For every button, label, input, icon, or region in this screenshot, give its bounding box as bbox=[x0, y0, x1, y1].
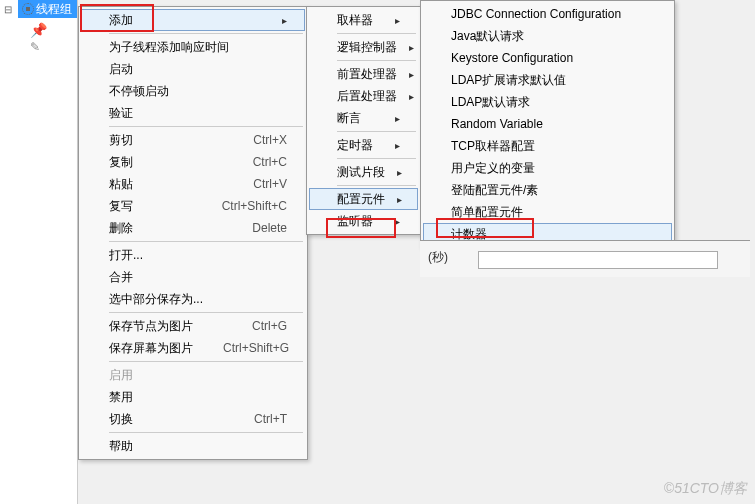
tree-node-label: 线程组 bbox=[36, 1, 72, 18]
pin-icon: 📌 bbox=[30, 22, 47, 38]
menu-copy[interactable]: 复制Ctrl+C bbox=[81, 151, 305, 173]
menu-post[interactable]: 后置处理器▸ bbox=[309, 85, 418, 107]
menu-save-node-img[interactable]: 保存节点为图片Ctrl+G bbox=[81, 315, 305, 337]
menu-cut[interactable]: 剪切Ctrl+X bbox=[81, 129, 305, 151]
menu-toggle[interactable]: 切换Ctrl+T bbox=[81, 408, 305, 430]
gear-icon bbox=[22, 3, 34, 15]
chevron-right-icon: ▸ bbox=[395, 113, 400, 124]
submenu-config: JDBC Connection Configuration Java默认请求 K… bbox=[420, 0, 675, 248]
menu-java-defaults[interactable]: Java默认请求 bbox=[423, 25, 672, 47]
seconds-label: (秒) bbox=[428, 250, 448, 264]
properties-panel: (秒) bbox=[420, 240, 750, 277]
context-menu-main: 添加 ▸ 为子线程添加响应时间 启动 不停顿启动 验证 剪切Ctrl+X 复制C… bbox=[78, 6, 308, 460]
separator bbox=[337, 158, 416, 159]
menu-start[interactable]: 启动 bbox=[81, 58, 305, 80]
menu-save-screen-img[interactable]: 保存屏幕为图片Ctrl+Shift+G bbox=[81, 337, 305, 359]
separator bbox=[109, 241, 303, 242]
submenu-add: 取样器▸ 逻辑控制器▸ 前置处理器▸ 后置处理器▸ 断言▸ 定时器▸ 测试片段▸… bbox=[306, 6, 421, 235]
chevron-right-icon: ▸ bbox=[409, 69, 414, 80]
separator bbox=[337, 131, 416, 132]
chevron-right-icon: ▸ bbox=[397, 167, 402, 178]
menu-duplicate[interactable]: 复写Ctrl+Shift+C bbox=[81, 195, 305, 217]
menu-keystore[interactable]: Keystore Configuration bbox=[423, 47, 672, 69]
menu-timer[interactable]: 定时器▸ bbox=[309, 134, 418, 156]
separator bbox=[109, 312, 303, 313]
menu-random[interactable]: Random Variable bbox=[423, 113, 672, 135]
menu-merge[interactable]: 合并 bbox=[81, 266, 305, 288]
menu-open[interactable]: 打开... bbox=[81, 244, 305, 266]
separator bbox=[109, 361, 303, 362]
tree-node-threadgroup[interactable]: 线程组 bbox=[18, 0, 77, 18]
menu-sampler[interactable]: 取样器▸ bbox=[309, 9, 418, 31]
menu-delete[interactable]: 删除Delete bbox=[81, 217, 305, 239]
chevron-right-icon: ▸ bbox=[409, 91, 414, 102]
menu-config[interactable]: 配置元件▸ bbox=[309, 188, 418, 210]
chevron-right-icon: ▸ bbox=[395, 140, 400, 151]
chevron-right-icon: ▸ bbox=[395, 15, 400, 26]
menu-listener[interactable]: 监听器▸ bbox=[309, 210, 418, 232]
chevron-right-icon: ▸ bbox=[397, 194, 402, 205]
tree-panel: ⊟ 线程组 📌 ✎ bbox=[0, 0, 78, 504]
menu-user-vars[interactable]: 用户定义的变量 bbox=[423, 157, 672, 179]
menu-add[interactable]: 添加 ▸ bbox=[81, 9, 305, 31]
separator bbox=[337, 185, 416, 186]
menu-validate[interactable]: 验证 bbox=[81, 102, 305, 124]
separator bbox=[109, 432, 303, 433]
menu-ldap[interactable]: LDAP默认请求 bbox=[423, 91, 672, 113]
seconds-input[interactable] bbox=[478, 251, 718, 269]
menu-add-timer[interactable]: 为子线程添加响应时间 bbox=[81, 36, 305, 58]
menu-tcp[interactable]: TCP取样器配置 bbox=[423, 135, 672, 157]
menu-disable[interactable]: 禁用 bbox=[81, 386, 305, 408]
pencil-icon: ✎ bbox=[30, 40, 40, 54]
menu-enable[interactable]: 启用 bbox=[81, 364, 305, 386]
menu-jdbc[interactable]: JDBC Connection Configuration bbox=[423, 3, 672, 25]
separator bbox=[337, 60, 416, 61]
menu-save-selection[interactable]: 选中部分保存为... bbox=[81, 288, 305, 310]
chevron-right-icon: ▸ bbox=[395, 216, 400, 227]
tree-toggle-icon[interactable]: ⊟ bbox=[4, 4, 12, 15]
separator bbox=[109, 33, 303, 34]
menu-login[interactable]: 登陆配置元件/素 bbox=[423, 179, 672, 201]
menu-help[interactable]: 帮助 bbox=[81, 435, 305, 457]
menu-ldap-ext[interactable]: LDAP扩展请求默认值 bbox=[423, 69, 672, 91]
menu-paste[interactable]: 粘贴Ctrl+V bbox=[81, 173, 305, 195]
chevron-right-icon: ▸ bbox=[409, 42, 414, 53]
separator bbox=[109, 126, 303, 127]
menu-assert[interactable]: 断言▸ bbox=[309, 107, 418, 129]
menu-start-no-pause[interactable]: 不停顿启动 bbox=[81, 80, 305, 102]
menu-simple[interactable]: 简单配置元件 bbox=[423, 201, 672, 223]
menu-logic[interactable]: 逻辑控制器▸ bbox=[309, 36, 418, 58]
watermark: ©51CTO博客 bbox=[664, 480, 747, 498]
menu-fragment[interactable]: 测试片段▸ bbox=[309, 161, 418, 183]
menu-label: 添加 bbox=[109, 12, 133, 29]
menu-pre[interactable]: 前置处理器▸ bbox=[309, 63, 418, 85]
separator bbox=[337, 33, 416, 34]
chevron-right-icon: ▸ bbox=[282, 15, 287, 26]
